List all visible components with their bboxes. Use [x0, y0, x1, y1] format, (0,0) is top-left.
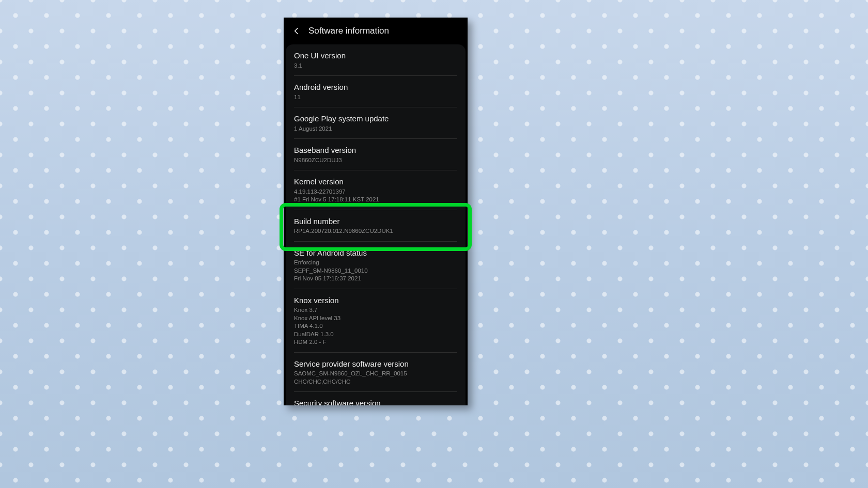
- item-value: 3.1: [294, 62, 457, 70]
- item-baseband-version[interactable]: Baseband version N9860ZCU2DUJ3: [294, 139, 457, 170]
- phone-screenshot: Software information One UI version 3.1 …: [284, 18, 468, 405]
- item-build-number[interactable]: Build number RP1A.200720.012.N9860ZCU2DU…: [294, 210, 457, 242]
- item-value: 1 August 2021: [294, 125, 457, 133]
- item-label: Google Play system update: [294, 114, 457, 124]
- back-icon[interactable]: [291, 25, 302, 37]
- item-security-software-version[interactable]: Security software version ASKS v4.0 Rele…: [294, 392, 457, 405]
- item-value: Enforcing SEPF_SM-N9860_11_0010 Fri Nov …: [294, 259, 457, 283]
- item-label: Service provider software version: [294, 359, 457, 369]
- item-kernel-version[interactable]: Kernel version 4.19.113-22701397 #1 Fri …: [294, 170, 457, 210]
- item-android-version[interactable]: Android version 11: [294, 76, 457, 107]
- item-label: Security software version: [294, 398, 457, 405]
- item-label: Android version: [294, 82, 457, 92]
- item-value: 11: [294, 93, 457, 102]
- item-label: Kernel version: [294, 177, 457, 187]
- item-one-ui-version[interactable]: One UI version 3.1: [294, 44, 457, 76]
- item-label: One UI version: [294, 51, 457, 61]
- item-google-play-update[interactable]: Google Play system update 1 August 2021: [294, 107, 457, 139]
- item-label: Knox version: [294, 295, 457, 306]
- item-value: RP1A.200720.012.N9860ZCU2DUK1: [294, 227, 457, 235]
- item-se-android-status[interactable]: SE for Android status Enforcing SEPF_SM-…: [294, 242, 457, 289]
- item-knox-version[interactable]: Knox version Knox 3.7 Knox API level 33 …: [294, 289, 457, 353]
- item-label: SE for Android status: [294, 248, 457, 258]
- page-title: Software information: [308, 26, 389, 36]
- item-value: N9860ZCU2DUJ3: [294, 156, 457, 165]
- item-value: SAOMC_SM-N9860_OZL_CHC_RR_0015 CHC/CHC,C…: [294, 370, 457, 386]
- settings-list: One UI version 3.1 Android version 11 Go…: [286, 44, 466, 405]
- item-service-provider-version[interactable]: Service provider software version SAOMC_…: [294, 353, 457, 392]
- item-label: Baseband version: [294, 145, 457, 155]
- app-header: Software information: [284, 18, 468, 44]
- item-label: Build number: [294, 216, 457, 227]
- item-value: 4.19.113-22701397 #1 Fri Nov 5 17:18:11 …: [294, 188, 457, 204]
- item-value: Knox 3.7 Knox API level 33 TIMA 4.1.0 Du…: [294, 306, 457, 347]
